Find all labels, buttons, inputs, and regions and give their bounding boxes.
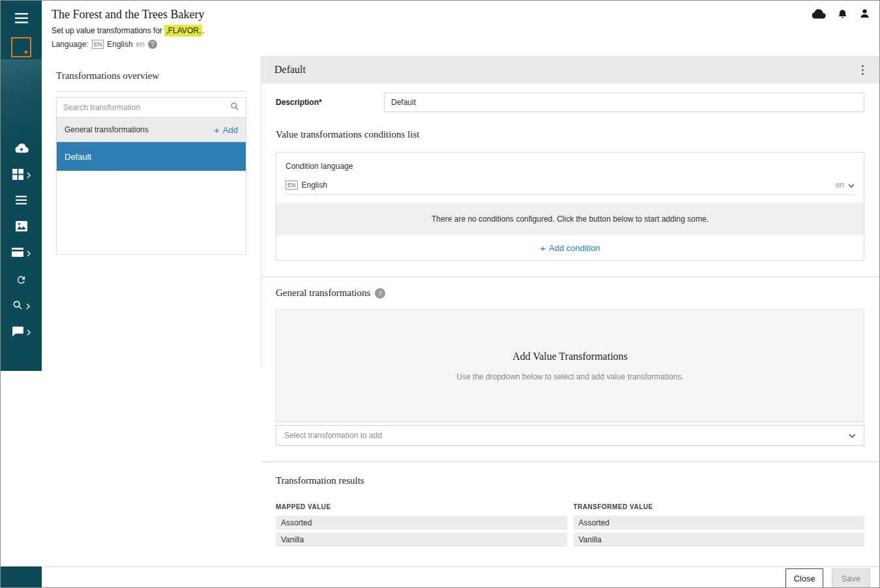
close-button[interactable]: Close: [785, 568, 823, 588]
section-divider: [261, 276, 880, 277]
chevron-right-icon: [27, 327, 31, 338]
chevron-down-icon: [849, 431, 856, 440]
section-divider: [261, 462, 880, 462]
cloud-status-icon[interactable]: [811, 8, 826, 19]
chat-icon: [12, 327, 23, 339]
language-name: English: [107, 40, 132, 49]
plus-icon: +: [540, 243, 546, 253]
conditions-empty-message: There are no conditions configured. Clic…: [276, 203, 864, 235]
sync-icon: [16, 274, 27, 288]
group-label: General transformations: [65, 125, 149, 134]
attribute-highlight: ,FLAVOR,: [164, 25, 202, 37]
kebab-menu-icon[interactable]: [858, 63, 868, 78]
footer-bar: Close Save: [42, 566, 879, 588]
sidebar: [1, 1, 42, 371]
card-icon: [12, 248, 23, 259]
sidebar-item-list[interactable]: [1, 191, 42, 212]
search-row: [57, 98, 246, 118]
empty-state-title: Add Value Transformations: [512, 351, 628, 362]
cloud-upload-icon: [14, 143, 29, 156]
sidebar-item-cloud-upload[interactable]: [1, 139, 42, 160]
sidebar-background-image: [1, 59, 42, 139]
add-condition-label: Add condition: [549, 243, 600, 253]
conditions-title-text: Value transformations conditions list: [276, 129, 419, 140]
description-input[interactable]: [384, 93, 864, 112]
transformations-empty-state: Add Value Transformations Use the dropdo…: [276, 309, 864, 422]
brand-logo[interactable]: [11, 37, 31, 57]
language-badge: EN: [286, 181, 298, 190]
user-profile-icon[interactable]: [859, 8, 870, 19]
description-row: Description*: [261, 93, 880, 112]
table-cell: Assorted: [574, 516, 865, 530]
main-content: Default Description* Value transformatio…: [261, 56, 880, 566]
page-title: The Forest and the Trees Bakery: [42, 1, 880, 22]
general-title-text: General transformations: [276, 287, 370, 299]
help-icon[interactable]: ?: [375, 288, 385, 299]
main-header: Default: [261, 56, 880, 83]
column-header: TRANSFORMED VALUE: [574, 503, 865, 510]
hamburger-icon: [15, 13, 28, 26]
results-section-title: Transformation results: [276, 475, 880, 486]
save-button[interactable]: Save: [832, 568, 870, 588]
add-transformation-button[interactable]: + Add: [214, 125, 238, 135]
general-transformations-title: General transformations ?: [276, 287, 880, 299]
subtitle-text: Set up value transformations for: [51, 26, 164, 35]
add-condition-row: + Add condition: [276, 235, 864, 260]
table-cell: Vanilla: [276, 533, 567, 547]
top-header: The Forest and the Trees Bakery Set up v…: [42, 1, 880, 56]
sidebar-item-chat[interactable]: [1, 322, 42, 343]
table-cell: Assorted: [276, 516, 567, 530]
sidebar-item-search[interactable]: [1, 296, 42, 317]
language-label: Language:: [51, 40, 89, 49]
language-code: en: [136, 40, 145, 49]
panel-divider: [56, 91, 246, 92]
condition-language-label: Condition language: [276, 153, 864, 175]
notifications-icon[interactable]: [837, 7, 848, 20]
plus-icon: +: [214, 125, 220, 135]
footer-buttons: Close Save: [785, 568, 870, 588]
sidebar-item-cards[interactable]: [1, 243, 42, 264]
list-icon: [16, 196, 27, 207]
app-window: The Forest and the Trees Bakery Set up v…: [0, 0, 880, 588]
add-condition-button[interactable]: + Add condition: [540, 243, 600, 253]
mapped-value-column: MAPPED VALUE Assorted Vanilla: [276, 503, 567, 550]
sidebar-item-sync[interactable]: [1, 271, 42, 291]
language-line: Language: EN English en ?: [51, 40, 880, 49]
column-header: MAPPED VALUE: [276, 503, 567, 510]
chevron-right-icon: [27, 248, 31, 259]
transformation-select[interactable]: Select transformation to add: [276, 425, 864, 446]
conditions-section-title: Value transformations conditions list: [276, 129, 880, 140]
transformations-overview-panel: Transformations overview General transfo…: [42, 56, 261, 366]
dashboard-grid-icon: [12, 169, 23, 183]
add-label: Add: [223, 125, 238, 135]
sidebar-item-dashboard[interactable]: [1, 165, 42, 186]
top-right-icons: [811, 7, 870, 20]
main-title: Default: [274, 64, 306, 76]
sidebar-item-media[interactable]: [1, 217, 42, 238]
sidebar-footer: [1, 566, 42, 588]
chevron-right-icon: [27, 169, 31, 181]
group-row-general-transformations: General transformations + Add: [57, 118, 246, 142]
empty-state-subtitle: Use the dropdown below to select and add…: [456, 372, 683, 381]
table-cell: Vanilla: [574, 533, 865, 547]
transformations-list: General transformations + Add Default: [56, 97, 246, 255]
subtitle-suffix: .: [202, 26, 204, 35]
help-icon[interactable]: ?: [148, 40, 157, 49]
description-label: Description*: [276, 98, 322, 107]
search-input[interactable]: [63, 103, 230, 112]
select-placeholder: Select transformation to add: [284, 431, 382, 440]
condition-language-select[interactable]: EN English en: [286, 175, 855, 195]
search-icon: [12, 300, 23, 313]
chevron-right-icon: [26, 301, 30, 312]
language-code: en: [836, 181, 844, 190]
transformed-value-column: TRANSFORMED VALUE Assorted Vanilla: [574, 503, 865, 550]
image-icon: [16, 221, 27, 234]
list-item-default[interactable]: Default: [57, 142, 246, 171]
menu-toggle[interactable]: [1, 10, 42, 29]
language-badge: EN: [92, 40, 104, 49]
language-select-right: en: [836, 181, 855, 190]
chevron-down-icon: [848, 181, 855, 190]
panel-title: Transformations overview: [56, 70, 261, 81]
language-name: English: [302, 181, 327, 190]
results-title-text: Transformation results: [276, 475, 364, 486]
